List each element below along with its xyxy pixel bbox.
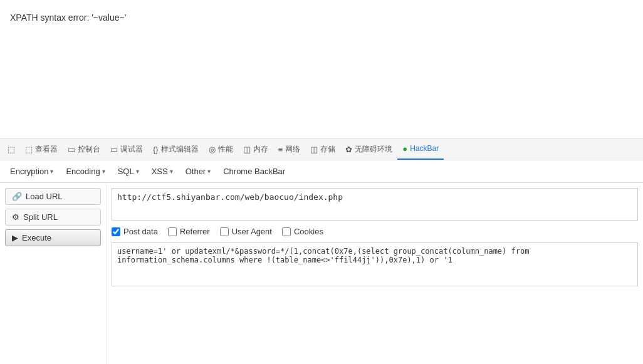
error-area: XPATH syntax error: '~value~' [0,0,643,138]
devtools-item-inspector[interactable]: ⬚ 查看器 [20,138,63,160]
devtools-cursor[interactable]: ⬚ [3,138,20,160]
sql-label: SQL [118,167,134,176]
devtools-item-debugger[interactable]: ▭ 调试器 [105,138,148,160]
cookies-checkbox[interactable] [282,227,291,236]
referrer-label: Referrer [180,227,210,236]
debugger-icon: ▭ [110,145,118,154]
devtools-item-performance[interactable]: ◎ 性能 [204,138,238,160]
hackbar-label: HackBar [410,144,439,153]
cookies-checkbox-label[interactable]: Cookies [282,227,323,236]
left-panel: 🔗 Load URL ⚙ Split URL ▶ Execute [0,183,107,364]
memory-icon: ◫ [243,145,251,154]
chrome-backbar-label: Chrome BackBar [223,167,285,176]
devtools-item-memory[interactable]: ◫ 内存 [238,138,273,160]
storage-icon: ◫ [310,145,318,154]
devtools-item-storage[interactable]: ◫ 存储 [305,138,340,160]
cookies-label: Cookies [294,227,323,236]
load-url-icon: 🔗 [12,192,22,201]
performance-label: 性能 [218,144,233,155]
menu-chrome-backbar[interactable]: Chrome BackBar [218,164,290,179]
user-agent-checkbox-label[interactable]: User Agent [220,227,272,236]
menu-sql[interactable]: SQL ▾ [113,164,144,179]
devtools-item-console[interactable]: ▭ 控制台 [63,138,105,160]
network-icon: ≡ [278,145,283,154]
devtools-item-style-editor[interactable]: {} 样式编辑器 [148,138,204,160]
post-data-label: Post data [123,227,158,236]
console-icon: ▭ [68,145,75,154]
checkboxes-row: Post data Referrer User Agent Cookies [112,224,638,239]
split-url-label: Split URL [23,212,58,222]
menu-other[interactable]: Other ▾ [180,164,216,179]
referrer-checkbox[interactable] [168,227,177,236]
execute-button[interactable]: ▶ Execute [5,229,101,246]
right-panel: Post data Referrer User Agent Cookies [107,183,643,364]
style-editor-icon: {} [153,145,159,154]
execute-label: Execute [22,233,51,242]
referrer-checkbox-label[interactable]: Referrer [168,227,210,236]
encryption-label: Encryption [10,167,48,176]
encryption-arrow: ▾ [50,168,53,175]
devtools-item-network[interactable]: ≡ 网络 [273,138,306,160]
execute-icon: ▶ [12,233,18,242]
cursor-icon: ⬚ [8,145,15,154]
encoding-arrow: ▾ [102,168,105,175]
console-label: 控制台 [78,144,100,155]
hackbar-icon: ● [402,144,407,153]
devtools-item-accessibility[interactable]: ✿ 无障碍环境 [340,138,397,160]
other-arrow: ▾ [207,168,211,175]
memory-label: 内存 [253,144,268,155]
devtools-toolbar: ⬚ ⬚ 查看器 ▭ 控制台 ▭ 调试器 {} 样式编辑器 ◎ 性能 ◫ 内存 ≡… [0,138,643,160]
storage-label: 存储 [320,144,335,155]
user-agent-label: User Agent [232,227,272,236]
menu-encryption[interactable]: Encryption ▾ [5,164,58,179]
split-url-icon: ⚙ [12,212,19,222]
xss-arrow: ▾ [170,168,173,175]
accessibility-icon: ✿ [345,145,352,154]
network-label: 网络 [285,144,300,155]
load-url-label: Load URL [26,192,63,201]
post-data-checkbox-label[interactable]: Post data [112,227,158,236]
debugger-label: 调试器 [120,144,143,155]
inspector-icon: ⬚ [25,145,33,154]
accessibility-label: 无障碍环境 [355,144,392,155]
other-label: Other [186,167,206,176]
user-agent-checkbox[interactable] [220,227,229,236]
sql-arrow: ▾ [136,168,139,175]
main-content: 🔗 Load URL ⚙ Split URL ▶ Execute Post da… [0,183,643,364]
post-data-textarea[interactable] [112,242,638,286]
split-url-button[interactable]: ⚙ Split URL [5,209,101,226]
inspector-label: 查看器 [35,144,58,155]
performance-icon: ◎ [209,145,216,154]
devtools-item-hackbar[interactable]: ● HackBar [397,138,444,160]
hackbar-menu-toolbar: Encryption ▾ Encoding ▾ SQL ▾ XSS ▾ Othe… [0,160,643,183]
url-input[interactable] [112,188,638,221]
menu-encoding[interactable]: Encoding ▾ [61,164,110,179]
encoding-label: Encoding [66,167,100,176]
menu-xss[interactable]: XSS ▾ [147,164,178,179]
xss-label: XSS [152,167,168,176]
load-url-button[interactable]: 🔗 Load URL [5,188,101,205]
style-editor-label: 样式编辑器 [161,144,199,155]
error-message: XPATH syntax error: '~value~' [10,13,126,23]
post-data-checkbox[interactable] [112,227,120,236]
